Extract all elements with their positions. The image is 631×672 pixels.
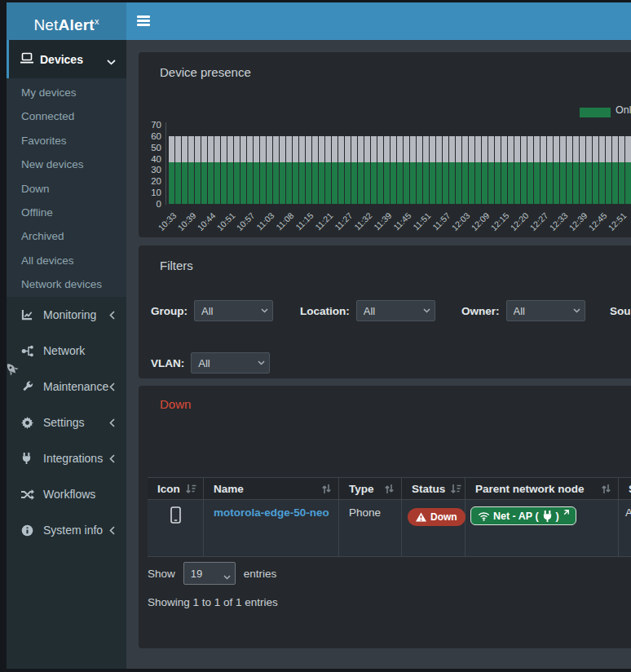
sidebar-item-system-info[interactable]: System info xyxy=(7,512,126,548)
top-navbar: NetAlertx xyxy=(7,2,631,40)
presence-bar xyxy=(234,136,240,204)
sidebar-item-workflows[interactable]: Workflows xyxy=(7,476,126,512)
presence-bar xyxy=(554,136,559,204)
presence-bar xyxy=(436,136,442,204)
presence-bar xyxy=(495,136,501,204)
sidebar-item-offline[interactable]: Offline xyxy=(7,201,126,224)
y-tick-label: 60 xyxy=(139,130,161,142)
sidebar-item-network-devices[interactable]: Network devices xyxy=(7,272,126,296)
column-header-type[interactable]: Type xyxy=(339,478,402,499)
filter-label: Location: xyxy=(300,305,350,317)
parent-node-badge[interactable]: Net - AP () xyxy=(470,506,576,525)
table-summary: Showing 1 to 1 of 1 entries xyxy=(148,596,278,608)
presence-bar xyxy=(430,136,435,204)
presence-bar xyxy=(547,136,553,204)
mobile-phone-icon xyxy=(170,506,181,524)
y-tick-label: 20 xyxy=(139,175,161,187)
filter-label: Owner: xyxy=(461,305,500,317)
presence-bar xyxy=(247,136,253,204)
sidebar-item-integrations[interactable]: Integrations xyxy=(7,440,126,476)
sidebar-item-my-devices[interactable]: My devices xyxy=(7,81,126,104)
presence-bar xyxy=(293,136,298,204)
column-label: Type xyxy=(349,483,374,495)
sidebar-item-label: System info xyxy=(43,524,103,537)
chevron-left-icon xyxy=(109,382,115,391)
column-header-icon[interactable]: Icon xyxy=(148,478,204,499)
presence-bar xyxy=(541,136,546,204)
sidebar-item-all-devices[interactable]: All devices xyxy=(7,249,126,272)
presence-bar xyxy=(469,136,474,204)
sidebar-item-archived[interactable]: Archived xyxy=(7,224,126,248)
filter-select-location[interactable]: All xyxy=(356,300,435,321)
table-cell: Al xyxy=(619,500,631,556)
presence-bar xyxy=(443,136,448,204)
column-header-s[interactable]: S xyxy=(619,478,631,499)
parent-node-label: Net - AP ( xyxy=(493,511,539,522)
filter-select-wrap: All xyxy=(194,300,273,321)
presence-bar xyxy=(619,136,624,204)
presence-bar xyxy=(417,136,422,204)
presence-bar xyxy=(351,136,357,204)
presence-bar xyxy=(514,136,520,204)
filter-select-vlan[interactable]: All xyxy=(191,352,270,374)
presence-bar xyxy=(377,136,383,204)
content-area: Device presence Online 010203040506070 1… xyxy=(126,40,631,669)
filter-label: Group: xyxy=(151,305,188,317)
presence-bar xyxy=(593,136,598,204)
network-icon xyxy=(21,345,36,357)
plug-icon xyxy=(542,511,553,522)
sort-both-icon xyxy=(384,484,395,494)
presence-bar xyxy=(325,136,331,204)
device-icon-cell xyxy=(148,500,204,556)
y-tick-label: 0 xyxy=(139,198,161,210)
sidebar-item-settings[interactable]: Settings xyxy=(7,405,126,440)
presence-bar xyxy=(462,136,468,204)
filter-select-group[interactable]: All xyxy=(194,300,273,321)
sidebar-sections: MonitoringNetworkMaintenanceSettingsInte… xyxy=(7,297,126,548)
presence-bar xyxy=(482,136,488,204)
legend-online-label[interactable]: Online xyxy=(616,104,631,116)
sidebar-item-favorites[interactable]: Favorites xyxy=(7,129,126,153)
presence-bar xyxy=(227,136,233,204)
presence-bar xyxy=(612,136,618,204)
sidebar: Devices My devicesConnectedFavoritesNew … xyxy=(7,40,126,669)
presence-bar xyxy=(286,136,292,204)
shuffle-icon xyxy=(21,489,36,500)
presence-bar xyxy=(312,136,318,204)
presence-bar xyxy=(534,136,540,204)
legend-online-swatch[interactable] xyxy=(580,108,611,117)
sidebar-item-maintenance[interactable]: Maintenance xyxy=(7,369,126,405)
line-chart-icon xyxy=(21,309,36,321)
column-header-name[interactable]: Name xyxy=(204,478,339,499)
presence-bar xyxy=(599,136,605,204)
app-logo[interactable]: NetAlertx xyxy=(7,2,126,40)
presence-bar xyxy=(188,136,194,204)
parent-node-label-suffix: ) xyxy=(556,511,559,522)
sidebar-item-connected[interactable]: Connected xyxy=(7,104,126,128)
device-name-cell: motorola-edge-50-neo xyxy=(204,500,339,556)
rocket-icon[interactable] xyxy=(5,362,20,380)
presence-bar xyxy=(573,136,579,204)
presence-bar xyxy=(508,136,514,204)
hamburger-icon[interactable] xyxy=(137,15,152,27)
filter-source: Source: xyxy=(610,299,631,322)
page-size-select[interactable]: 19 xyxy=(183,562,236,585)
sidebar-item-down[interactable]: Down xyxy=(7,177,126,201)
sidebar-item-devices[interactable]: Devices xyxy=(7,40,126,78)
filter-vlan: VLAN:All xyxy=(151,351,270,374)
y-tick-label: 10 xyxy=(139,187,161,198)
presence-bar xyxy=(501,136,507,204)
device-name-link[interactable]: motorola-edge-50-neo xyxy=(214,506,329,519)
column-header-status[interactable]: Status xyxy=(402,478,466,499)
wifi-icon xyxy=(478,511,490,521)
sidebar-item-monitoring[interactable]: Monitoring xyxy=(7,297,126,333)
wrench-icon xyxy=(21,381,36,393)
page-size-row: Show 19 entries xyxy=(148,562,276,585)
sidebar-item-network[interactable]: Network xyxy=(7,333,126,369)
presence-bar xyxy=(371,136,377,204)
presence-bar xyxy=(364,136,370,204)
laptop-icon xyxy=(20,52,33,66)
filter-select-owner[interactable]: All xyxy=(506,300,585,321)
column-header-parent-network-node[interactable]: Parent network node xyxy=(466,478,619,499)
sidebar-item-new-devices[interactable]: New devices xyxy=(7,153,126,176)
